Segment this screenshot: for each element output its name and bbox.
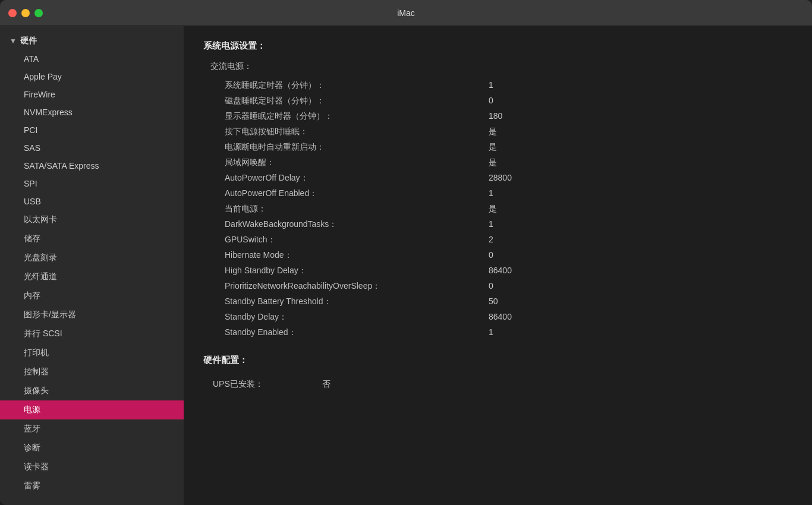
table-row: Standby Delay：86400: [203, 310, 793, 325]
sidebar-item-power[interactable]: 电源: [0, 400, 184, 419]
sidebar-item-storage[interactable]: 储存: [0, 229, 184, 248]
sidebar-item-sas[interactable]: SAS: [0, 139, 184, 157]
window-title: iMac: [397, 8, 415, 18]
hardware-settings-table: UPS已安装：否: [203, 375, 793, 393]
sidebar-item-ethernet[interactable]: 以太网卡: [0, 210, 184, 229]
sidebar-item-diagnostics[interactable]: 诊断: [0, 438, 184, 457]
chevron-down-icon: ▼: [10, 37, 17, 45]
table-row: AutoPowerOff Delay：28800: [203, 171, 793, 186]
close-button[interactable]: [8, 9, 17, 17]
table-row: 当前电源：是: [203, 201, 793, 217]
power-settings-table: 系统睡眠定时器（分钟）：1磁盘睡眠定时器（分钟）：0显示器睡眠定时器（分钟）：1…: [203, 78, 793, 340]
sidebar-item-ata[interactable]: ATA: [0, 50, 184, 68]
sidebar-item-nvmexpress[interactable]: NVMExpress: [0, 103, 184, 121]
sidebar-section-hardware[interactable]: ▼ 硬件: [0, 32, 184, 50]
sidebar-item-camera[interactable]: 摄像头: [0, 381, 184, 400]
main-window: iMac ▼ 硬件 ATAApple PayFireWireNVMExpress…: [0, 0, 812, 505]
table-row: Standby Battery Threshold：50: [203, 294, 793, 310]
table-row: Hibernate Mode：0: [203, 248, 793, 263]
table-row: GPUSwitch：2: [203, 232, 793, 248]
hardware-section: 硬件配置： UPS已安装：否: [203, 355, 793, 393]
sidebar-item-usb[interactable]: USB: [0, 192, 184, 210]
sidebar-item-optical[interactable]: 光盘刻录: [0, 248, 184, 267]
table-row: DarkWakeBackgroundTasks：1: [203, 217, 793, 232]
traffic-lights: [8, 9, 43, 17]
table-row: 按下电源按钮时睡眠：是: [203, 124, 793, 140]
sidebar-item-thunderbolt[interactable]: 雷雾: [0, 476, 184, 495]
sidebar-item-printer[interactable]: 打印机: [0, 343, 184, 362]
sidebar-item-fiber[interactable]: 光纤通道: [0, 267, 184, 286]
sidebar-item-card-reader[interactable]: 读卡器: [0, 457, 184, 476]
sidebar-section-label: 硬件: [20, 36, 37, 46]
table-row: 局域网唤醒：是: [203, 155, 793, 171]
sidebar-item-sata[interactable]: SATA/SATA Express: [0, 157, 184, 175]
sidebar-item-apple-pay[interactable]: Apple Pay: [0, 68, 184, 86]
ac-power-label: 交流电源：: [203, 61, 793, 72]
table-row: 系统睡眠定时器（分钟）：1: [203, 78, 793, 93]
maximize-button[interactable]: [34, 9, 43, 17]
sidebar-item-controller[interactable]: 控制器: [0, 362, 184, 381]
sidebar-item-parallel-scsi[interactable]: 并行 SCSI: [0, 324, 184, 343]
titlebar: iMac: [0, 0, 812, 26]
table-row: AutoPowerOff Enabled：1: [203, 186, 793, 201]
main-panel: 系统电源设置： 交流电源： 系统睡眠定时器（分钟）：1磁盘睡眠定时器（分钟）：0…: [184, 26, 812, 505]
system-power-title: 系统电源设置：: [203, 40, 793, 52]
sidebar-item-memory[interactable]: 内存: [0, 286, 184, 305]
table-row: PrioritizeNetworkReachabilityOverSleep：0: [203, 279, 793, 294]
hardware-config-title: 硬件配置：: [203, 355, 793, 366]
content-area: ▼ 硬件 ATAApple PayFireWireNVMExpressPCISA…: [0, 26, 812, 505]
table-row: High Standby Delay：86400: [203, 263, 793, 279]
table-row: 磁盘睡眠定时器（分钟）：0: [203, 93, 793, 109]
minimize-button[interactable]: [21, 9, 30, 17]
table-row: UPS已安装：否: [203, 375, 793, 393]
table-row: Standby Enabled：1: [203, 325, 793, 340]
sidebar-item-gpu[interactable]: 图形卡/显示器: [0, 305, 184, 324]
sidebar-item-spi[interactable]: SPI: [0, 175, 184, 192]
sidebar-item-firewire[interactable]: FireWire: [0, 86, 184, 103]
table-row: 显示器睡眠定时器（分钟）：180: [203, 109, 793, 124]
table-row: 电源断电时自动重新启动：是: [203, 140, 793, 155]
sidebar-item-pci[interactable]: PCI: [0, 121, 184, 139]
sidebar-items: ATAApple PayFireWireNVMExpressPCISASSATA…: [0, 50, 184, 495]
sidebar-item-bluetooth[interactable]: 蓝牙: [0, 419, 184, 438]
sidebar: ▼ 硬件 ATAApple PayFireWireNVMExpressPCISA…: [0, 26, 184, 505]
